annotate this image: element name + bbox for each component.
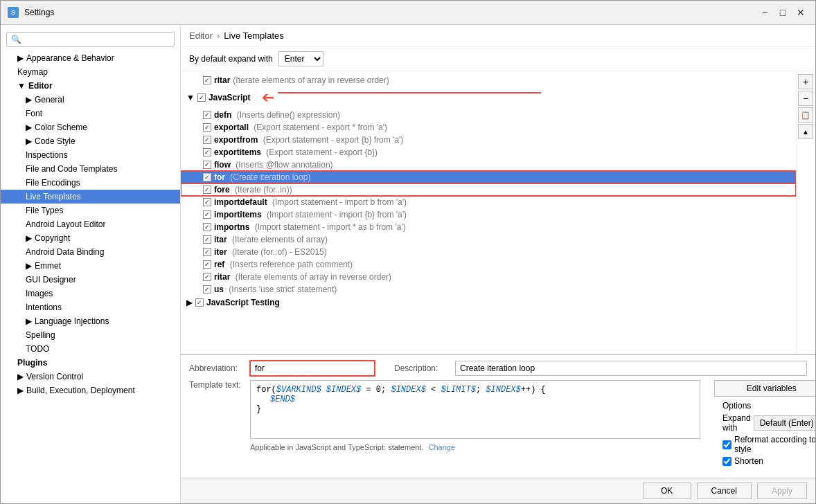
sidebar-item-todo[interactable]: TODO	[1, 342, 180, 356]
sidebar-item-editor[interactable]: ▼ Editor	[1, 79, 180, 93]
expand-with-label: By default expand with	[189, 54, 273, 64]
list-item-for[interactable]: for (Create iteration loop)	[181, 171, 796, 183]
checkbox-importitems[interactable]	[203, 210, 211, 219]
sidebar-item-build[interactable]: ▶ Build, Execution, Deployment	[1, 384, 180, 397]
move-up-button[interactable]: ▲	[798, 124, 813, 139]
list-item-itar[interactable]: itar (Iterate elements of array)	[181, 233, 796, 246]
apply-button[interactable]: Apply	[757, 483, 807, 499]
close-button[interactable]: ✕	[793, 5, 808, 20]
sidebar-item-general[interactable]: ▶ General	[1, 93, 180, 107]
checkbox-defn[interactable]	[203, 111, 211, 119]
checkbox-itar[interactable]	[203, 235, 211, 244]
list-item-iter[interactable]: iter (Iterate (for..of) - ES2015)	[181, 246, 796, 258]
checkbox-fore[interactable]	[203, 186, 211, 194]
copy-template-button[interactable]: 📋	[798, 107, 813, 123]
expand-arrow-editor-icon: ▼	[17, 81, 26, 91]
search-input[interactable]	[24, 35, 170, 44]
expand-with-row: Expand with Default (Enter) Enter Tab Sp…	[722, 413, 815, 433]
breadcrumb-parent: Editor	[189, 30, 213, 41]
applicable-text: Applicable in JavaScript and TypeScript:…	[250, 443, 424, 451]
cancel-button[interactable]: Cancel	[697, 483, 752, 499]
group-header-js-testing[interactable]: ▶ JavaScript Testing	[181, 296, 796, 309]
abbreviation-input[interactable]	[250, 361, 375, 376]
expand-with-select[interactable]: Enter Tab Space	[278, 51, 323, 66]
sidebar-item-intentions[interactable]: Intentions	[1, 300, 180, 314]
change-link[interactable]: Change	[429, 443, 456, 451]
main-content: 🔍 ▶ Appearance & Behavior Keymap ▼ Edito…	[1, 25, 815, 503]
abbreviation-label: Abbreviation:	[189, 363, 245, 373]
checkbox-group-js-testing[interactable]	[195, 298, 204, 307]
sidebar-item-version-control[interactable]: ▶ Version Control	[1, 370, 180, 384]
sidebar-item-inspections[interactable]: Inspections	[1, 148, 180, 162]
list-controls: + − 📋 ▲	[796, 71, 815, 354]
sidebar-item-android-data-binding[interactable]: Android Data Binding	[1, 245, 180, 259]
expand-arrow-build-icon: ▶	[17, 386, 24, 395]
group-header-javascript[interactable]: ▼ JavaScript ➔	[181, 87, 796, 109]
checkbox-exportfrom[interactable]	[203, 136, 211, 144]
checkbox-flow[interactable]	[203, 161, 211, 169]
shorten-checkbox[interactable]	[722, 457, 731, 466]
shorten-row: Shorten	[722, 456, 815, 466]
reformat-row: Reformat according to style	[722, 435, 815, 454]
expand-with-select[interactable]: Default (Enter) Enter Tab Space	[754, 415, 815, 431]
checkbox-importns[interactable]	[203, 223, 211, 231]
ok-button[interactable]: OK	[643, 483, 691, 499]
search-box[interactable]: 🔍	[6, 32, 175, 47]
checkbox-iter[interactable]	[203, 248, 211, 256]
list-item-exportall[interactable]: exportall (Export statement - export * f…	[181, 121, 796, 134]
checkbox-ritar-above[interactable]	[203, 76, 211, 84]
add-template-button[interactable]: +	[798, 74, 813, 89]
sidebar-item-appearance[interactable]: ▶ Appearance & Behavior	[1, 51, 180, 65]
checkbox-exportitems[interactable]	[203, 148, 211, 156]
sidebar-item-font[interactable]: Font	[1, 107, 180, 120]
checkbox-exportall[interactable]	[203, 123, 211, 132]
sidebar-item-images[interactable]: Images	[1, 287, 180, 300]
sidebar-item-live-templates[interactable]: Live Templates	[1, 190, 180, 204]
red-arrow-line	[278, 92, 555, 93]
minimize-button[interactable]: −	[757, 5, 772, 20]
edit-variables-button[interactable]: Edit variables	[714, 380, 815, 397]
list-item-ritar[interactable]: ritar (Iterate elements of array in reve…	[181, 271, 796, 283]
checkbox-for[interactable]	[203, 173, 211, 181]
sidebar-item-code-style[interactable]: ▶ Code Style	[1, 134, 180, 148]
description-input[interactable]	[455, 361, 807, 376]
sidebar-item-color-scheme[interactable]: ▶ Color Scheme	[1, 120, 180, 134]
list-item-importdefault[interactable]: importdefault (Import statement - import…	[181, 196, 796, 208]
sidebar-item-plugins[interactable]: Plugins	[1, 356, 180, 370]
sidebar-item-emmet[interactable]: ▶ Emmet	[1, 259, 180, 273]
content-area: Editor › Live Templates By default expan…	[181, 25, 815, 503]
sidebar-item-language-injections[interactable]: ▶ Language Injections	[1, 314, 180, 328]
list-item-importns[interactable]: importns (Import statement - import * as…	[181, 221, 796, 233]
list-item-exportitems[interactable]: exportitems (Export statement - export {…	[181, 146, 796, 159]
list-item-flow[interactable]: flow (Inserts @flow annotation)	[181, 159, 796, 171]
abbreviation-row: Abbreviation: Description:	[189, 361, 807, 376]
options-label: Options	[722, 401, 815, 411]
checkbox-group-js[interactable]	[197, 93, 206, 102]
checkbox-ritar[interactable]	[203, 273, 211, 281]
sidebar-item-file-encodings[interactable]: File Encodings	[1, 176, 180, 190]
sidebar-item-spelling[interactable]: Spelling	[1, 328, 180, 342]
list-item-importitems[interactable]: importitems (Import statement - import {…	[181, 208, 796, 221]
reformat-checkbox[interactable]	[722, 440, 731, 449]
sidebar-item-gui-designer[interactable]: GUI Designer	[1, 273, 180, 287]
maximize-button[interactable]: □	[775, 5, 790, 20]
sidebar-item-file-types[interactable]: File Types	[1, 204, 180, 217]
description-label: Description:	[394, 363, 450, 373]
checkbox-importdefault[interactable]	[203, 198, 211, 206]
checkbox-ref[interactable]	[203, 260, 211, 269]
checkbox-us[interactable]	[203, 285, 211, 294]
sidebar-item-copyright[interactable]: ▶ Copyright	[1, 231, 180, 245]
remove-template-button[interactable]: −	[798, 91, 813, 106]
group-name-javascript: JavaScript	[209, 93, 251, 102]
sidebar-item-android-layout-editor[interactable]: Android Layout Editor	[1, 217, 180, 231]
template-text-area[interactable]: for($VARKIND$ $INDEX$ = 0; $INDEX$ < $LI…	[250, 380, 700, 439]
list-item-ritar-above[interactable]: ritar (Iterate elements of array in reve…	[181, 74, 796, 87]
list-item-exportfrom[interactable]: exportfrom (Export statement - export {b…	[181, 134, 796, 146]
list-item-us[interactable]: us (Inserts 'use strict' statement)	[181, 283, 796, 296]
list-item-ref[interactable]: ref (Inserts reference path comment)	[181, 258, 796, 271]
list-item-fore[interactable]: fore (Iterate (for..in))	[181, 183, 796, 196]
sidebar-item-file-code-templates[interactable]: File and Code Templates	[1, 162, 180, 176]
sidebar-item-keymap[interactable]: Keymap	[1, 65, 180, 79]
applicable-row: Applicable in JavaScript and TypeScript:…	[250, 443, 700, 451]
list-item-defn[interactable]: defn (Inserts define() expression)	[181, 109, 796, 121]
